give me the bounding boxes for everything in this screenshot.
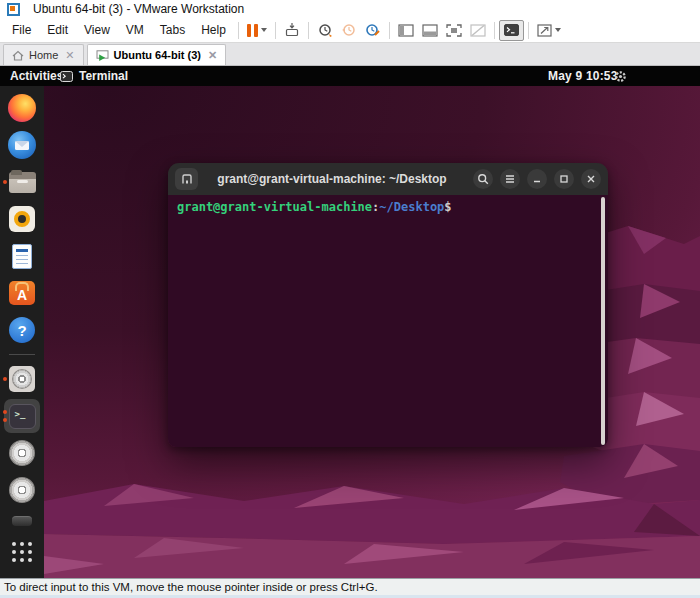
- terminal-headerbar[interactable]: grant@grant-virtual-machine: ~/Desktop: [168, 163, 608, 195]
- show-thumbnail-bar-button[interactable]: [418, 20, 442, 41]
- stretch-guest-button[interactable]: [533, 20, 565, 41]
- dock-item-help[interactable]: ?: [3, 315, 41, 345]
- gnome-topbar: Activities Terminal May 9 10:53: [0, 66, 700, 86]
- panel-bottom-icon: [422, 24, 438, 37]
- menubar: File Edit View VM Tabs Help: [0, 18, 700, 43]
- libreoffice-writer-icon: [12, 244, 32, 269]
- new-tab-button[interactable]: [175, 168, 198, 190]
- close-icon: [585, 173, 597, 185]
- send-ctrl-alt-del-button[interactable]: [280, 20, 304, 41]
- window-title: Ubuntu 64-bit (3) - VMware Workstation: [33, 2, 244, 16]
- tab-close-icon[interactable]: ✕: [206, 50, 217, 61]
- input-hint-text: To direct input to this VM, move the mou…: [4, 581, 378, 593]
- toolbar-separator: [528, 22, 529, 39]
- terminal-scrollbar[interactable]: [601, 197, 605, 445]
- minimize-icon: [531, 173, 543, 185]
- tab-home-label: Home: [29, 49, 58, 61]
- tab-ubuntu-vm-label: Ubuntu 64-bit (3): [114, 49, 201, 61]
- dock-item-disks[interactable]: [3, 364, 41, 394]
- focused-app-tile: >_: [4, 399, 40, 433]
- activities-button[interactable]: Activities: [10, 66, 63, 86]
- show-applications-icon: [12, 542, 32, 562]
- maximize-button[interactable]: [554, 169, 574, 189]
- menu-tabs[interactable]: Tabs: [152, 20, 193, 40]
- snapshot-manager-button[interactable]: [361, 20, 385, 41]
- revert-snapshot-button[interactable]: [337, 20, 361, 41]
- dock-item-libreoffice-writer[interactable]: [3, 241, 41, 271]
- menu-view[interactable]: View: [76, 20, 118, 40]
- clock[interactable]: May 9 10:53: [548, 66, 618, 86]
- toolbar-separator: [389, 22, 390, 39]
- toolbar-separator: [275, 22, 276, 39]
- terminal-app-icon: [60, 71, 73, 82]
- dock-item-thunderbird[interactable]: [3, 130, 41, 160]
- dock-item-terminal[interactable]: >_: [3, 401, 41, 431]
- dock-item-rhythmbox[interactable]: [3, 204, 41, 234]
- toolbar-separator: [308, 22, 309, 39]
- tab-ubuntu-vm[interactable]: Ubuntu 64-bit (3) ✕: [87, 44, 227, 65]
- vmware-logo-icon: [7, 3, 20, 16]
- minimize-button[interactable]: [527, 169, 547, 189]
- cd-disc-icon: [9, 440, 35, 466]
- toolbar-separator: [238, 22, 239, 39]
- hamburger-icon: [504, 173, 516, 185]
- dock-item-trash[interactable]: [3, 512, 41, 530]
- enter-full-screen-button[interactable]: [442, 20, 466, 41]
- vmware-statusbar: To direct input to this VM, move the mou…: [0, 578, 700, 598]
- trash-icon: [12, 516, 32, 526]
- guest-screen[interactable]: Activities Terminal May 9 10:53: [0, 66, 700, 578]
- prompt-symbol: $: [444, 200, 451, 214]
- dock-item-files[interactable]: [3, 167, 41, 197]
- prompt-path: ~/Desktop: [379, 200, 444, 214]
- pause-icon: [247, 24, 258, 37]
- show-applications-button[interactable]: [3, 537, 41, 567]
- cd-disc-icon: [9, 477, 35, 503]
- running-indicator: [3, 180, 7, 184]
- menu-help[interactable]: Help: [193, 20, 234, 40]
- prompt-user-host: grant@grant-virtual-machine: [177, 200, 372, 214]
- unity-mode-button[interactable]: [466, 20, 490, 41]
- chevron-down-icon: [555, 28, 561, 32]
- system-status-area[interactable]: [614, 66, 627, 86]
- rhythmbox-icon: [9, 206, 35, 232]
- dock-item-cd-drive-1[interactable]: [3, 438, 41, 468]
- show-library-button[interactable]: [394, 20, 418, 41]
- menu-file[interactable]: File: [4, 20, 39, 40]
- full-screen-icon: [446, 24, 462, 37]
- panel-left-icon: [398, 24, 414, 37]
- tab-home[interactable]: Home ✕: [3, 44, 84, 65]
- focused-app-label: Terminal: [79, 69, 128, 83]
- home-icon: [12, 50, 24, 61]
- ubuntu-dock: A ? >_: [0, 86, 44, 578]
- focused-app-indicator[interactable]: Terminal: [60, 66, 128, 86]
- stretch-icon: [537, 24, 552, 37]
- terminal-window: grant@grant-virtual-machine: ~/Desktop: [168, 163, 608, 447]
- take-snapshot-button[interactable]: [313, 20, 337, 41]
- vmware-workstation-window: Ubuntu 64-bit (3) - VMware Workstation F…: [0, 0, 700, 598]
- running-indicator: [3, 377, 7, 381]
- menu-edit[interactable]: Edit: [39, 20, 76, 40]
- snapshot-manager-icon: [365, 22, 381, 38]
- new-tab-icon: [181, 173, 193, 185]
- ctrl-alt-del-icon: [284, 22, 300, 38]
- snapshot-clock-icon: [317, 22, 333, 38]
- dock-item-ubuntu-software[interactable]: A: [3, 278, 41, 308]
- unity-mode-icon: [470, 24, 486, 37]
- tab-strip: Home ✕ Ubuntu 64-bit (3) ✕: [0, 43, 700, 66]
- terminal-body[interactable]: grant@grant-virtual-machine:~/Desktop$: [168, 195, 608, 447]
- menu-button[interactable]: [500, 169, 520, 189]
- dock-item-cd-drive-2[interactable]: [3, 475, 41, 505]
- revert-snapshot-icon: [341, 22, 357, 38]
- search-button[interactable]: [473, 169, 493, 189]
- maximize-icon: [558, 173, 570, 185]
- ubuntu-software-icon: A: [9, 281, 35, 305]
- disks-icon: [9, 366, 35, 392]
- power-pause-button[interactable]: [243, 20, 271, 41]
- close-button[interactable]: [581, 169, 601, 189]
- tab-close-icon[interactable]: ✕: [63, 50, 74, 61]
- dock-item-firefox[interactable]: [3, 93, 41, 123]
- window-titlebar: Ubuntu 64-bit (3) - VMware Workstation: [0, 0, 700, 18]
- menu-vm[interactable]: VM: [118, 20, 152, 40]
- console-view-button[interactable]: [499, 20, 524, 41]
- running-indicator: [3, 410, 7, 414]
